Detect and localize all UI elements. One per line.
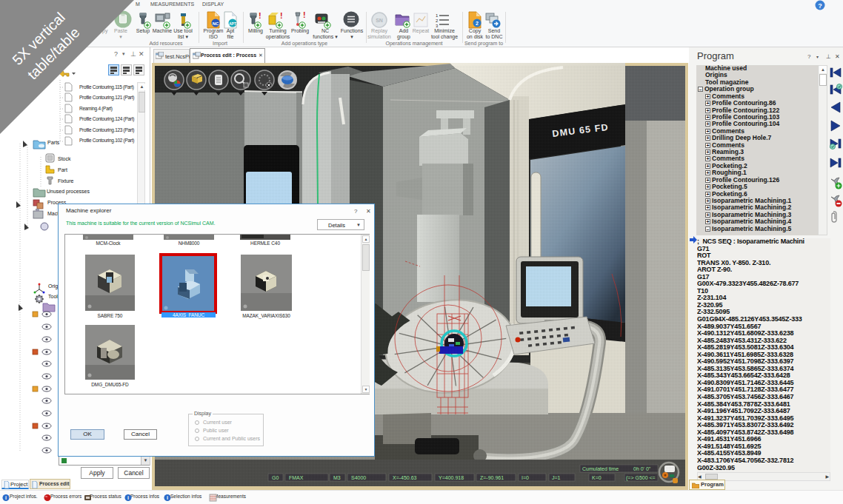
svg-text:2: 2 [436, 19, 439, 23]
svg-text:1: 1 [436, 13, 439, 18]
svg-text:i: i [167, 495, 168, 500]
svg-text:NC: NC [213, 21, 219, 26]
svg-text:?: ? [818, 2, 822, 10]
svg-text:APT: APT [229, 21, 236, 26]
svg-text:i: i [5, 495, 7, 500]
svg-text:2: 2 [476, 21, 479, 26]
svg-text:SN: SN [376, 18, 383, 23]
svg-text:i: i [127, 495, 129, 500]
